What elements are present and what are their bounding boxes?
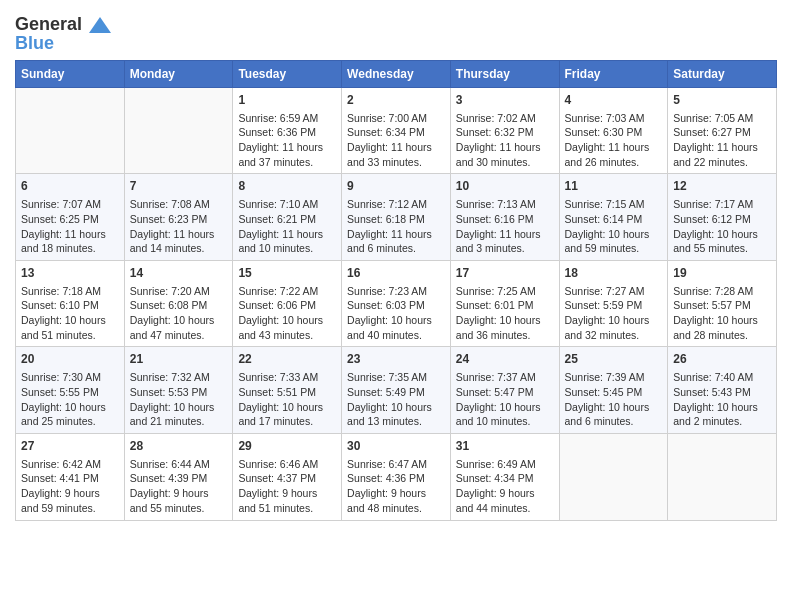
calendar-cell: 13Sunrise: 7:18 AM Sunset: 6:10 PM Dayli… <box>16 260 125 347</box>
day-number: 10 <box>456 178 554 195</box>
day-number: 29 <box>238 438 336 455</box>
day-info: Sunrise: 6:59 AM Sunset: 6:36 PM Dayligh… <box>238 111 336 170</box>
day-info: Sunrise: 7:00 AM Sunset: 6:34 PM Dayligh… <box>347 111 445 170</box>
day-number: 3 <box>456 92 554 109</box>
day-info: Sunrise: 7:15 AM Sunset: 6:14 PM Dayligh… <box>565 197 663 256</box>
calendar-cell: 8Sunrise: 7:10 AM Sunset: 6:21 PM Daylig… <box>233 174 342 261</box>
day-number: 5 <box>673 92 771 109</box>
logo-icon <box>89 17 111 33</box>
calendar-cell: 1Sunrise: 6:59 AM Sunset: 6:36 PM Daylig… <box>233 87 342 174</box>
logo-text: General <box>15 15 111 35</box>
calendar-cell: 21Sunrise: 7:32 AM Sunset: 5:53 PM Dayli… <box>124 347 233 434</box>
day-number: 8 <box>238 178 336 195</box>
day-info: Sunrise: 7:39 AM Sunset: 5:45 PM Dayligh… <box>565 370 663 429</box>
day-number: 20 <box>21 351 119 368</box>
day-info: Sunrise: 6:49 AM Sunset: 4:34 PM Dayligh… <box>456 457 554 516</box>
day-number: 18 <box>565 265 663 282</box>
day-info: Sunrise: 7:12 AM Sunset: 6:18 PM Dayligh… <box>347 197 445 256</box>
day-number: 17 <box>456 265 554 282</box>
day-number: 22 <box>238 351 336 368</box>
day-info: Sunrise: 6:46 AM Sunset: 4:37 PM Dayligh… <box>238 457 336 516</box>
calendar-cell: 17Sunrise: 7:25 AM Sunset: 6:01 PM Dayli… <box>450 260 559 347</box>
calendar-cell: 27Sunrise: 6:42 AM Sunset: 4:41 PM Dayli… <box>16 433 125 520</box>
day-number: 1 <box>238 92 336 109</box>
day-number: 6 <box>21 178 119 195</box>
day-number: 12 <box>673 178 771 195</box>
day-info: Sunrise: 7:08 AM Sunset: 6:23 PM Dayligh… <box>130 197 228 256</box>
day-number: 26 <box>673 351 771 368</box>
header: General Blue <box>15 10 777 54</box>
day-info: Sunrise: 7:07 AM Sunset: 6:25 PM Dayligh… <box>21 197 119 256</box>
day-info: Sunrise: 7:20 AM Sunset: 6:08 PM Dayligh… <box>130 284 228 343</box>
calendar-cell: 29Sunrise: 6:46 AM Sunset: 4:37 PM Dayli… <box>233 433 342 520</box>
day-info: Sunrise: 7:13 AM Sunset: 6:16 PM Dayligh… <box>456 197 554 256</box>
calendar-cell: 20Sunrise: 7:30 AM Sunset: 5:55 PM Dayli… <box>16 347 125 434</box>
calendar-cell <box>668 433 777 520</box>
day-info: Sunrise: 7:05 AM Sunset: 6:27 PM Dayligh… <box>673 111 771 170</box>
calendar-table: SundayMondayTuesdayWednesdayThursdayFrid… <box>15 60 777 521</box>
day-number: 21 <box>130 351 228 368</box>
calendar-cell: 9Sunrise: 7:12 AM Sunset: 6:18 PM Daylig… <box>342 174 451 261</box>
day-number: 16 <box>347 265 445 282</box>
day-number: 31 <box>456 438 554 455</box>
day-info: Sunrise: 7:25 AM Sunset: 6:01 PM Dayligh… <box>456 284 554 343</box>
day-info: Sunrise: 7:33 AM Sunset: 5:51 PM Dayligh… <box>238 370 336 429</box>
day-number: 11 <box>565 178 663 195</box>
day-number: 9 <box>347 178 445 195</box>
day-info: Sunrise: 7:03 AM Sunset: 6:30 PM Dayligh… <box>565 111 663 170</box>
day-info: Sunrise: 6:42 AM Sunset: 4:41 PM Dayligh… <box>21 457 119 516</box>
day-number: 25 <box>565 351 663 368</box>
svg-marker-0 <box>89 17 111 33</box>
day-info: Sunrise: 7:23 AM Sunset: 6:03 PM Dayligh… <box>347 284 445 343</box>
day-info: Sunrise: 7:40 AM Sunset: 5:43 PM Dayligh… <box>673 370 771 429</box>
day-info: Sunrise: 7:27 AM Sunset: 5:59 PM Dayligh… <box>565 284 663 343</box>
column-header-monday: Monday <box>124 60 233 87</box>
column-header-tuesday: Tuesday <box>233 60 342 87</box>
calendar-cell: 22Sunrise: 7:33 AM Sunset: 5:51 PM Dayli… <box>233 347 342 434</box>
day-number: 14 <box>130 265 228 282</box>
day-number: 28 <box>130 438 228 455</box>
column-header-thursday: Thursday <box>450 60 559 87</box>
day-number: 2 <box>347 92 445 109</box>
calendar-cell: 12Sunrise: 7:17 AM Sunset: 6:12 PM Dayli… <box>668 174 777 261</box>
day-info: Sunrise: 7:30 AM Sunset: 5:55 PM Dayligh… <box>21 370 119 429</box>
day-info: Sunrise: 7:18 AM Sunset: 6:10 PM Dayligh… <box>21 284 119 343</box>
calendar-cell: 2Sunrise: 7:00 AM Sunset: 6:34 PM Daylig… <box>342 87 451 174</box>
column-header-saturday: Saturday <box>668 60 777 87</box>
day-info: Sunrise: 6:47 AM Sunset: 4:36 PM Dayligh… <box>347 457 445 516</box>
calendar-cell: 6Sunrise: 7:07 AM Sunset: 6:25 PM Daylig… <box>16 174 125 261</box>
calendar-cell: 4Sunrise: 7:03 AM Sunset: 6:30 PM Daylig… <box>559 87 668 174</box>
calendar-cell: 28Sunrise: 6:44 AM Sunset: 4:39 PM Dayli… <box>124 433 233 520</box>
calendar-cell: 26Sunrise: 7:40 AM Sunset: 5:43 PM Dayli… <box>668 347 777 434</box>
day-info: Sunrise: 7:10 AM Sunset: 6:21 PM Dayligh… <box>238 197 336 256</box>
day-info: Sunrise: 7:32 AM Sunset: 5:53 PM Dayligh… <box>130 370 228 429</box>
day-number: 30 <box>347 438 445 455</box>
calendar-cell <box>16 87 125 174</box>
calendar-cell <box>559 433 668 520</box>
calendar-cell: 3Sunrise: 7:02 AM Sunset: 6:32 PM Daylig… <box>450 87 559 174</box>
calendar-cell: 23Sunrise: 7:35 AM Sunset: 5:49 PM Dayli… <box>342 347 451 434</box>
day-number: 27 <box>21 438 119 455</box>
logo-blue: Blue <box>15 33 111 54</box>
calendar-cell: 5Sunrise: 7:05 AM Sunset: 6:27 PM Daylig… <box>668 87 777 174</box>
calendar-cell <box>124 87 233 174</box>
calendar-cell: 15Sunrise: 7:22 AM Sunset: 6:06 PM Dayli… <box>233 260 342 347</box>
day-number: 19 <box>673 265 771 282</box>
day-info: Sunrise: 7:02 AM Sunset: 6:32 PM Dayligh… <box>456 111 554 170</box>
day-number: 15 <box>238 265 336 282</box>
column-header-sunday: Sunday <box>16 60 125 87</box>
calendar-cell: 24Sunrise: 7:37 AM Sunset: 5:47 PM Dayli… <box>450 347 559 434</box>
logo: General Blue <box>15 10 111 54</box>
day-info: Sunrise: 7:37 AM Sunset: 5:47 PM Dayligh… <box>456 370 554 429</box>
calendar-cell: 7Sunrise: 7:08 AM Sunset: 6:23 PM Daylig… <box>124 174 233 261</box>
calendar-cell: 25Sunrise: 7:39 AM Sunset: 5:45 PM Dayli… <box>559 347 668 434</box>
day-number: 4 <box>565 92 663 109</box>
day-info: Sunrise: 7:35 AM Sunset: 5:49 PM Dayligh… <box>347 370 445 429</box>
column-header-wednesday: Wednesday <box>342 60 451 87</box>
calendar-cell: 31Sunrise: 6:49 AM Sunset: 4:34 PM Dayli… <box>450 433 559 520</box>
day-info: Sunrise: 6:44 AM Sunset: 4:39 PM Dayligh… <box>130 457 228 516</box>
calendar-cell: 18Sunrise: 7:27 AM Sunset: 5:59 PM Dayli… <box>559 260 668 347</box>
day-number: 7 <box>130 178 228 195</box>
day-info: Sunrise: 7:17 AM Sunset: 6:12 PM Dayligh… <box>673 197 771 256</box>
column-header-friday: Friday <box>559 60 668 87</box>
